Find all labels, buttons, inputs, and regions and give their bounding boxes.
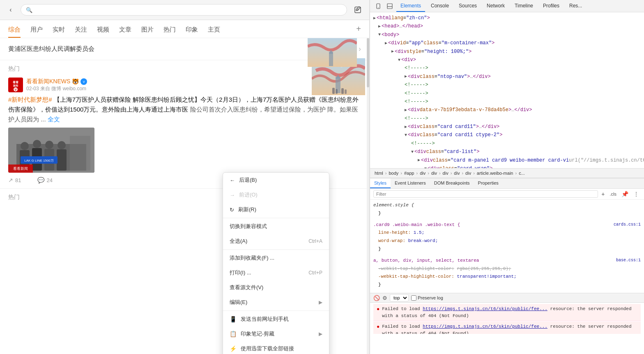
devtools-tab-timeline[interactable]: Timeline: [511, 0, 537, 12]
devtools-mobile-icon[interactable]: [373, 1, 383, 11]
tree-toggle-ntopnav[interactable]: ▶: [405, 73, 407, 80]
devtools-tab-elements[interactable]: Elements: [396, 0, 425, 12]
add-tab-button[interactable]: +: [356, 20, 361, 38]
tree-toggle-div1[interactable]: ▼: [398, 57, 400, 64]
styles-filter-input[interactable]: [373, 190, 598, 198]
tree-line-comment6[interactable]: <!----->: [370, 139, 644, 148]
news-hashtag[interactable]: #新时代新梦想#: [8, 96, 52, 103]
pin-icon[interactable]: 📌: [620, 190, 630, 198]
tree-line-comment2[interactable]: <!----->: [370, 81, 644, 89]
tree-line-card11[interactable]: ▶ <div class="card card11" >…</div>: [370, 123, 644, 131]
tab-视频[interactable]: 视频: [97, 20, 109, 38]
tree-line-head[interactable]: ▶ <head>…</head>: [370, 22, 644, 30]
breadcrumb-article[interactable]: article.weibo-main: [476, 170, 515, 176]
context-menu-forward[interactable]: → 前进(O): [223, 187, 329, 202]
tree-line-cardwrap[interactable]: ▼ <div class="card-wrap" >: [370, 164, 644, 168]
tab-图片[interactable]: 图片: [141, 20, 154, 38]
breadcrumb-c[interactable]: c...: [518, 170, 526, 176]
comment-action[interactable]: 💬 24: [37, 177, 52, 183]
preserve-log-checkbox[interactable]: [411, 295, 416, 301]
tree-toggle-card11[interactable]: ▶: [405, 123, 407, 130]
tree-toggle-cardwrap[interactable]: ▼: [424, 165, 427, 168]
context-menu-selectall[interactable]: 全选(A) Ctrl+A: [223, 234, 329, 249]
breadcrumb-body[interactable]: body: [387, 170, 400, 176]
tree-line-comment5[interactable]: <!----->: [370, 114, 644, 123]
tab-印象[interactable]: 印象: [186, 20, 198, 38]
context-menu-refresh[interactable]: ↻ 刷新(R): [223, 202, 329, 217]
tree-line-app[interactable]: ▶ <div id="app" class="m-container-max" …: [370, 39, 644, 47]
elements-tree[interactable]: ▶ <html lang="zh-cn" > ▶ <head>…</head> …: [370, 12, 644, 168]
tab-综合[interactable]: 综合: [8, 20, 21, 38]
styles-tab-event-listeners[interactable]: Event Listeners: [391, 178, 430, 188]
context-menu-evernote[interactable]: 📋 印象笔记-剪藏 ▶: [223, 327, 329, 341]
context-menu-source[interactable]: 查看源文件(V): [223, 280, 329, 295]
console-context-select[interactable]: top: [390, 294, 409, 301]
context-menu-back[interactable]: ← 后退(B): [223, 173, 329, 187]
scroll-track[interactable]: [367, 38, 369, 354]
tree-line-html[interactable]: ▶ <html lang="zh-cn" >: [370, 14, 644, 22]
tree-line-card9[interactable]: ▶ <div class="card m-panel card9 weibo-m…: [370, 156, 644, 164]
tree-line-height100[interactable]: ▶ <div style="height: 100%;" >: [370, 48, 644, 56]
console-clear-icon[interactable]: 🚫: [373, 295, 380, 301]
tab-用户[interactable]: 用户: [30, 20, 43, 38]
devtools-tab-sources[interactable]: Sources: [455, 0, 481, 12]
breadcrumb-div2[interactable]: div: [430, 170, 438, 176]
tree-toggle-datav[interactable]: ▶: [405, 107, 407, 114]
tab-主页[interactable]: 主页: [208, 20, 220, 38]
tree-line-comment1[interactable]: <!----->: [370, 64, 644, 72]
read-more-link[interactable]: 全文: [48, 116, 60, 123]
tree-toggle-height100[interactable]: ▶: [391, 48, 394, 55]
styles-tab-styles[interactable]: Styles: [370, 178, 391, 188]
news-source-name[interactable]: 看看新闻KNEWS: [26, 78, 70, 85]
tree-toggle-app[interactable]: ▶: [385, 40, 387, 47]
breadcrumb-html[interactable]: html: [373, 170, 384, 176]
tab-关注[interactable]: 关注: [75, 20, 87, 38]
styles-tab-dom-breakpoints[interactable]: DOM Breakpoints: [430, 178, 474, 188]
tree-line-card11ctype2[interactable]: ▼ <div class="card card11 ctype-2" >: [370, 131, 644, 139]
tree-line-datav[interactable]: ▶ <div data-v-7b19f3eb data-v-78da4b5e >…: [370, 106, 644, 114]
devtools-dock-icon[interactable]: [385, 1, 395, 11]
breadcrumb-div1[interactable]: div: [419, 170, 427, 176]
toggle-computed-icon[interactable]: .cls: [608, 191, 619, 197]
breadcrumb-div4[interactable]: div: [453, 170, 461, 176]
tab-热门[interactable]: 热门: [163, 20, 176, 38]
tree-toggle-html[interactable]: ▶: [373, 15, 376, 22]
more-style-icon[interactable]: ⋮: [632, 190, 641, 198]
context-menu-thunder[interactable]: ⚡ 使用迅雷下载全部链接: [223, 341, 329, 354]
devtools-tab-console[interactable]: Console: [427, 0, 453, 12]
tree-line-body[interactable]: ▼ <body>: [370, 31, 644, 39]
tree-toggle-head[interactable]: ▶: [378, 23, 381, 30]
devtools-tab-network[interactable]: Network: [483, 0, 509, 12]
styles-tab-properties[interactable]: Properties: [474, 178, 503, 188]
breadcrumb-app[interactable]: #app: [403, 170, 415, 176]
context-menu-compat[interactable]: 切换到兼容模式: [223, 219, 329, 234]
breadcrumb-div5[interactable]: div: [464, 170, 472, 176]
context-menu-send-phone[interactable]: 📱 发送当前网址到手机: [223, 312, 329, 327]
edit-button[interactable]: [351, 3, 364, 16]
context-menu-favorites[interactable]: 添加到收藏夹(F) ...: [223, 251, 329, 265]
tree-line-cardlist[interactable]: ▼ <div class="card-list" >: [370, 148, 644, 156]
tree-toggle-cardlist[interactable]: ▼: [411, 148, 414, 155]
error-link-2[interactable]: https://imgs.t.sinajs.cn/t6/skin/public/…: [423, 324, 547, 329]
context-menu-edit[interactable]: 编辑(E) ▶: [223, 295, 329, 310]
error-link-1[interactable]: https://imgs.t.sinajs.cn/t6/skin/public/…: [423, 306, 547, 311]
tab-实时[interactable]: 实时: [53, 20, 65, 38]
tree-toggle-card9[interactable]: ▶: [418, 157, 420, 164]
devtools-tab-profiles[interactable]: Profiles: [539, 0, 564, 12]
context-menu-print[interactable]: 打印(I) ... Ctrl+P: [223, 265, 329, 280]
tree-line-comment3[interactable]: <!----->: [370, 89, 644, 98]
search-bar[interactable]: 🔍 医患纠纷: [21, 4, 347, 16]
breadcrumb-div3[interactable]: div: [442, 170, 450, 176]
search-input[interactable]: 医患纠纷: [35, 7, 342, 13]
add-style-icon[interactable]: +: [600, 190, 606, 198]
tree-line-ntopnav[interactable]: ▶ <div class="ntop-nav" >…</div>: [370, 73, 644, 81]
scroll-thumb[interactable]: [367, 38, 369, 87]
tree-line-div1[interactable]: ▼ <div>: [370, 56, 644, 64]
console-filter-icon[interactable]: ⚙: [382, 295, 387, 301]
devtools-tab-res[interactable]: Res...: [565, 0, 586, 12]
tree-line-comment4[interactable]: <!----->: [370, 98, 644, 106]
share-action[interactable]: ↗ 81: [8, 177, 21, 183]
tab-文章[interactable]: 文章: [119, 20, 131, 38]
tree-toggle-body[interactable]: ▼: [378, 31, 381, 38]
back-button[interactable]: ‹: [5, 4, 16, 16]
